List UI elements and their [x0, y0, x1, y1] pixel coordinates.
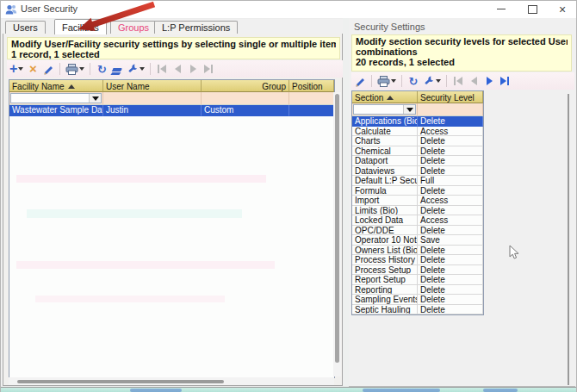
- dropdown-icon: [92, 96, 99, 101]
- edit-button[interactable]: [42, 62, 54, 76]
- table-row[interactable]: ImportAccess: [352, 196, 483, 206]
- right-info-line2: combinations: [356, 47, 568, 57]
- left-info-line2: 1 record, 1 selected: [11, 49, 336, 59]
- table-cell: Delete: [418, 305, 483, 315]
- panel-splitter[interactable]: [343, 18, 349, 387]
- nav-first-button[interactable]: [156, 62, 168, 76]
- nav-last-icon: [500, 77, 506, 85]
- left-info-box: Modify User/Facility security settings b…: [7, 37, 340, 59]
- scrollbar-thumb[interactable]: [335, 94, 339, 363]
- nav-next-button[interactable]: [187, 62, 199, 76]
- column-header-section[interactable]: Section: [352, 91, 418, 103]
- maximize-button[interactable]: [519, 1, 545, 17]
- table-row[interactable]: CalculateAccess: [352, 127, 483, 137]
- close-icon: ×: [559, 3, 566, 16]
- table-cell: Process History: [352, 255, 418, 265]
- table-row[interactable]: OPC/DDEDelete: [352, 226, 483, 236]
- dropdown-caret-icon: [18, 67, 23, 71]
- edit-button[interactable]: [354, 74, 366, 88]
- sections-table: Section Security Level Applications (Bio…: [351, 90, 484, 315]
- nav-prev-button[interactable]: [468, 74, 480, 88]
- tab-facilities[interactable]: Facilities: [54, 19, 107, 34]
- table-row[interactable]: Septic HaulingDelete: [352, 305, 483, 315]
- left-vertical-scrollbar[interactable]: [333, 92, 341, 376]
- print-button[interactable]: [377, 74, 396, 88]
- table-cell: Access: [418, 196, 483, 206]
- nav-prev-button[interactable]: [171, 62, 183, 76]
- toolbar-separator: [371, 75, 372, 87]
- nav-last-button[interactable]: [499, 74, 511, 88]
- close-button[interactable]: ×: [549, 1, 575, 17]
- window-title: User Security: [21, 3, 78, 14]
- column-header-position[interactable]: Position: [289, 80, 334, 92]
- left-toolbar: + × ↻: [7, 60, 343, 78]
- layers-button[interactable]: [111, 62, 123, 76]
- print-button[interactable]: [65, 62, 84, 76]
- tab-groups[interactable]: Groups: [110, 21, 157, 34]
- nav-next-icon: [190, 65, 196, 73]
- ghost-artifact: [483, 389, 518, 392]
- table-row[interactable]: ChemicalDelete: [352, 146, 483, 157]
- nav-next-button[interactable]: [483, 74, 495, 88]
- column-header-facility-name[interactable]: Facility Name: [9, 80, 103, 92]
- dropdown-caret-icon: [79, 67, 84, 71]
- table-row[interactable]: Owners List (Bio)Delete: [352, 246, 483, 256]
- table-row[interactable]: DataportDelete: [352, 156, 483, 166]
- table-row[interactable]: Locked DataAccess: [352, 215, 483, 226]
- nav-first-icon: [158, 65, 159, 73]
- left-horizontal-scrollbar[interactable]: [9, 377, 334, 385]
- tools-button[interactable]: [423, 74, 441, 88]
- delete-button[interactable]: ×: [27, 62, 39, 76]
- tools-button[interactable]: [127, 62, 145, 76]
- right-toolbar: ↻: [351, 72, 574, 90]
- table-cell: Justin: [103, 105, 202, 116]
- table-cell: Save: [418, 235, 483, 246]
- table-cell: Formula: [352, 186, 418, 196]
- dropdown-caret-icon: [436, 79, 441, 83]
- nav-first-button[interactable]: [452, 74, 464, 88]
- right-info-line1: Modify section security levels for selec…: [356, 36, 568, 47]
- add-button[interactable]: +: [9, 62, 23, 76]
- ghost-artifact: [363, 389, 440, 392]
- column-header-security-level[interactable]: Security Level: [418, 91, 483, 103]
- table-row[interactable]: Operator 10 NotesSave: [352, 235, 483, 246]
- table-row[interactable]: Default L:P Secu...Full: [352, 176, 483, 186]
- tab-users[interactable]: Users: [5, 21, 46, 34]
- scrollbar-thumb[interactable]: [17, 380, 224, 383]
- table-row[interactable]: Limits (Bio)Delete: [352, 206, 483, 216]
- refresh-button[interactable]: ↻: [96, 62, 108, 76]
- facility-table-header: Facility Name User Name Group Position: [9, 80, 334, 92]
- refresh-button[interactable]: ↻: [407, 74, 419, 88]
- filter-dropdown-button[interactable]: [89, 94, 101, 103]
- table-row[interactable]: Process SetupDelete: [352, 265, 483, 276]
- dropdown-icon: [406, 108, 413, 112]
- table-row[interactable]: ReportingDelete: [352, 285, 483, 296]
- table-row[interactable]: Applications (Bio)Delete: [352, 116, 483, 127]
- section-filter-combo[interactable]: [353, 104, 416, 115]
- table-row[interactable]: Sampling EventsDelete: [352, 295, 483, 305]
- filter-dropdown-button[interactable]: [403, 105, 415, 114]
- right-vertical-scrollbar[interactable]: [568, 94, 569, 385]
- table-row[interactable]: Wastewater Sample DataJustinCustom: [9, 105, 334, 116]
- edit-pencil-icon: [354, 75, 366, 87]
- table-cell: Custom: [202, 105, 289, 116]
- table-row[interactable]: Process HistoryDelete: [352, 255, 483, 265]
- table-cell: [289, 105, 334, 116]
- facility-filter-combo[interactable]: [10, 93, 102, 103]
- table-row[interactable]: ChartsDelete: [352, 136, 483, 146]
- table-cell: Import: [352, 196, 418, 206]
- add-plus-icon: +: [9, 63, 17, 75]
- toolbar-separator: [59, 63, 60, 75]
- refresh-icon: ↻: [97, 64, 107, 75]
- user-security-window: User Security × Users Facilities Groups …: [0, 0, 577, 392]
- nav-last-button[interactable]: [202, 62, 214, 76]
- table-row[interactable]: Report SetupDelete: [352, 275, 483, 285]
- toolbar-separator: [446, 75, 447, 87]
- column-header-group[interactable]: Group: [202, 80, 289, 92]
- table-row[interactable]: FormulaDelete: [352, 186, 483, 196]
- tab-lp-permissions[interactable]: L:P Permissions: [154, 21, 238, 34]
- table-row[interactable]: DataviewsDelete: [352, 166, 483, 177]
- column-header-user-name[interactable]: User Name: [103, 80, 202, 92]
- minimize-button[interactable]: [488, 1, 514, 17]
- table-cell: Dataviews: [352, 166, 418, 177]
